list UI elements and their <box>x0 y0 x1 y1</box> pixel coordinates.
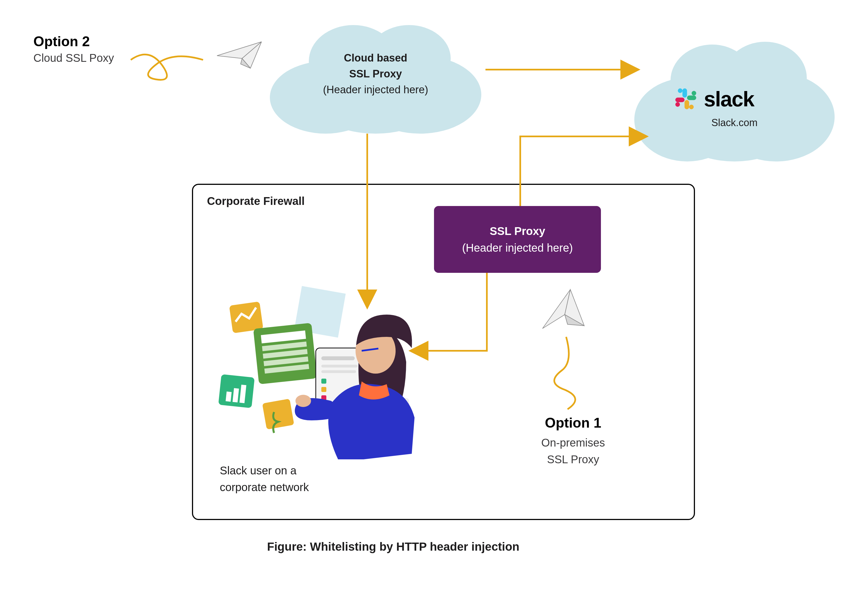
svg-point-14 <box>692 91 696 96</box>
option-1-block: Option 1 On-premises SSL Proxy <box>520 415 626 468</box>
svg-rect-38 <box>321 387 326 392</box>
slack-cloud: slack Slack.com <box>634 33 835 161</box>
svg-rect-35 <box>321 365 358 368</box>
ssl-proxy-line1: SSL Proxy <box>490 223 545 240</box>
user-caption: Slack user on a corporate network <box>220 462 309 496</box>
slack-logo-block: slack <box>673 86 754 111</box>
corporate-firewall-title: Corporate Firewall <box>207 195 305 207</box>
option-2-subtitle: Cloud SSL Poxy <box>33 49 139 66</box>
svg-point-9 <box>662 61 807 161</box>
option-1-sub2: SSL Proxy <box>520 451 626 468</box>
svg-rect-15 <box>685 100 689 110</box>
svg-rect-31 <box>262 399 294 430</box>
slack-brand-text: slack <box>704 87 754 111</box>
paper-plane-icon <box>214 36 264 73</box>
svg-rect-34 <box>321 356 355 360</box>
user-caption-line2: corporate network <box>220 479 309 496</box>
svg-point-11 <box>678 88 683 93</box>
cloud-proxy-line1: Cloud based <box>270 50 481 66</box>
svg-point-41 <box>296 395 311 407</box>
ssl-proxy-box: SSL Proxy (Header injected here) <box>434 206 601 273</box>
svg-rect-13 <box>687 96 696 100</box>
svg-rect-10 <box>683 88 687 98</box>
diagram-canvas: Option 2 Cloud SSL Poxy Cloud based SSL … <box>0 0 868 603</box>
svg-rect-36 <box>321 370 356 373</box>
cloud-ssl-proxy-text: Cloud based SSL Proxy (Header injected h… <box>270 50 481 98</box>
svg-rect-37 <box>321 379 326 383</box>
option-2-title: Option 2 <box>33 33 139 49</box>
ssl-proxy-line2: (Header injected here) <box>462 240 573 256</box>
slack-logo-icon <box>673 86 698 111</box>
svg-rect-28 <box>226 391 232 402</box>
figure-caption: Figure: Whitelisting by HTTP header inje… <box>267 540 520 554</box>
option-2-block: Option 2 Cloud SSL Poxy <box>33 33 139 66</box>
slack-domain-text: Slack.com <box>634 117 835 128</box>
svg-point-16 <box>689 105 694 110</box>
option-1-sub1: On-premises <box>520 434 626 451</box>
option-1-title: Option 1 <box>520 415 626 431</box>
cloud-proxy-line2: SSL Proxy <box>270 66 481 82</box>
user-illustration <box>211 281 434 459</box>
svg-point-18 <box>675 102 680 107</box>
paper-plane-icon <box>537 287 590 331</box>
svg-rect-17 <box>675 98 685 102</box>
cloud-ssl-proxy: Cloud based SSL Proxy (Header injected h… <box>270 17 481 134</box>
cloud-proxy-line3: (Header injected here) <box>270 82 481 98</box>
user-caption-line1: Slack user on a <box>220 462 309 479</box>
